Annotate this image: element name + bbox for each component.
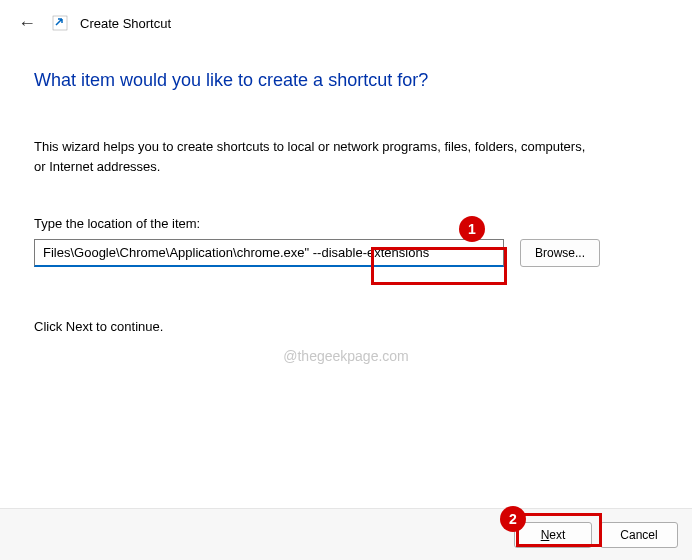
- page-heading: What item would you like to create a sho…: [34, 70, 658, 91]
- watermark-text: @thegeekpage.com: [283, 348, 409, 364]
- location-input[interactable]: [34, 239, 504, 267]
- back-arrow-icon[interactable]: ←: [14, 10, 40, 36]
- continue-hint: Click Next to continue.: [34, 319, 658, 334]
- location-label: Type the location of the item:: [34, 216, 658, 231]
- browse-button[interactable]: Browse...: [520, 239, 600, 267]
- shortcut-icon: [52, 15, 68, 31]
- location-row: Browse...: [34, 239, 658, 267]
- svg-rect-0: [53, 16, 67, 30]
- cancel-button[interactable]: Cancel: [600, 522, 678, 548]
- next-button[interactable]: Next: [514, 522, 592, 548]
- header-title: Create Shortcut: [80, 16, 171, 31]
- wizard-content: What item would you like to create a sho…: [0, 44, 692, 334]
- wizard-description: This wizard helps you to create shortcut…: [34, 137, 594, 176]
- wizard-header: ← Create Shortcut: [0, 0, 692, 44]
- wizard-footer: Next Cancel: [0, 508, 692, 560]
